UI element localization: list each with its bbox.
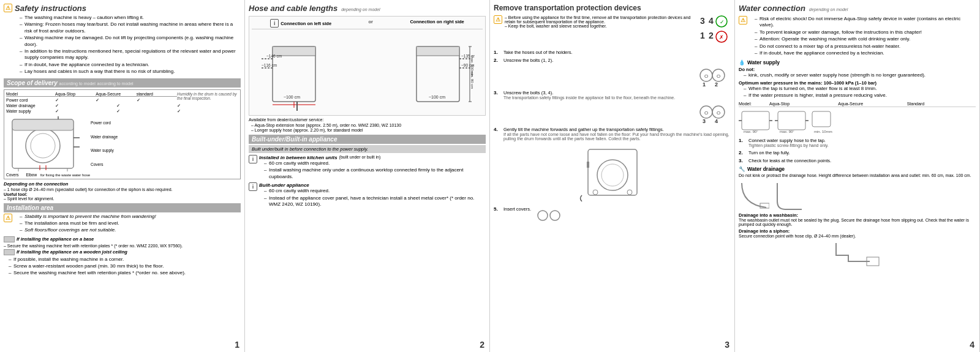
- svg-text:max. 90°: max. 90°: [744, 130, 758, 133]
- builtin-bar: Built-under/Built-in appliance: [249, 135, 486, 144]
- water-step-2: 2. Turn on the tap fully.: [739, 150, 976, 155]
- scope-subtitle-text: according to model: [97, 81, 134, 86]
- drain-basin-title: Drainage into a washbasin:: [739, 212, 976, 218]
- safety-bullet: Lay hoses and cables in such a way that …: [20, 69, 241, 75]
- water-step-3: 3. Check for leaks at the connection poi…: [739, 158, 976, 163]
- builtin-title: Built-under/Built-in appliance: [252, 136, 337, 143]
- connection-diagram: i Connection on left side or Connection …: [249, 16, 486, 116]
- svg-text:1: 1: [700, 31, 705, 40]
- on-base-title: If installing the appliance on a base: [17, 236, 94, 242]
- svg-text:~100 cm: ~100 cm: [429, 95, 445, 99]
- svg-text:~146 cm: ~146 cm: [266, 54, 282, 58]
- step-5-content: Insert covers.: [503, 206, 531, 212]
- scope-title: Scope of delivery: [7, 80, 58, 86]
- page-3: Remove transportation protection devices…: [490, 0, 735, 352]
- kitchen-bullets: 60 cm cavity width required. Install was…: [259, 160, 486, 180]
- drain-diagram-2: [774, 180, 805, 211]
- step-1-text: Take the hoses out of the holders.: [503, 50, 573, 55]
- water-supply-icon: 💧: [739, 59, 745, 66]
- step-3-text: Unscrew the bolts (3, 4).: [503, 90, 731, 95]
- page-number-1: 1: [235, 340, 239, 350]
- svg-text:2: 2: [715, 81, 718, 88]
- connection-note: – 1 hose clip Ø 24–40 mm (specialist out…: [4, 187, 241, 192]
- step3-diagram: O O 3 4: [694, 100, 731, 124]
- water-step-1-note: Tighten plastic screw-fittings by hand o…: [748, 143, 829, 148]
- on-ceiling-title: If installing the appliance on a wooden …: [17, 249, 127, 255]
- page-4: Water connection depending on model ⚠ Ri…: [735, 0, 980, 352]
- drain-basin-note: The washbasin outlet must not be sealed …: [739, 218, 976, 227]
- table-col-model: Model:: [739, 102, 769, 106]
- scope-header: Model Aqua-Stop Aqua-Secure standard: [6, 92, 177, 97]
- warning-icon-3: ⚠: [494, 15, 502, 24]
- water-drain-title-text: Water drainage: [747, 166, 785, 172]
- svg-point-59: [538, 211, 548, 220]
- safety-bullet: If in doubt, have the appliance connecte…: [20, 62, 241, 68]
- step-1: 1. Take the hoses out of the holders.: [494, 50, 731, 55]
- scope-col-aquastop: Aqua-Stop: [55, 92, 96, 96]
- water-step-1: 1. Connect water supply hose to the tap.…: [739, 138, 976, 148]
- water-conn-header: Water connection depending on model: [739, 4, 976, 14]
- drain-siphon-note: Secure connection point with hose clip, …: [739, 234, 976, 238]
- kitchen-bullet: Install washing machine only under a con…: [264, 167, 486, 180]
- svg-rect-53: [588, 149, 637, 195]
- svg-rect-65: [778, 111, 805, 130]
- svg-text:O: O: [704, 73, 708, 79]
- scope-diagram: Power cord Water drainage Water supply C…: [6, 116, 238, 171]
- svg-text:2: 2: [709, 31, 714, 40]
- elec-bullet: If in doubt, have the appliance connecte…: [755, 50, 976, 56]
- kitchen-section: i Installed in between kitchen units (bu…: [249, 155, 486, 181]
- check: ✓: [55, 103, 116, 108]
- built-under-title: Built-under appliance: [259, 182, 486, 188]
- on-ceiling-bullets: If possible, install the washing machine…: [4, 257, 241, 277]
- safety-bullet: Warning: Frozen hoses may tear/burst. Do…: [20, 21, 241, 34]
- ceiling-bullet: Screw a water-resistant wooden panel (mi…: [9, 263, 241, 269]
- install-bullet: Stability is important to prevent the ma…: [20, 214, 156, 220]
- elbow-label: Elbow: [26, 173, 37, 177]
- bolt-diagram-svg: ✓ ✗ 3 4 1 2: [700, 15, 731, 46]
- humidity-note: Humidity in the drum is caused by the fi…: [177, 92, 238, 100]
- label-power: Power cord: [91, 121, 118, 125]
- remove-title: Remove transportation protection devices: [494, 4, 641, 12]
- svg-text:3: 3: [700, 16, 705, 26]
- step-3-content: Unscrew the bolts (3, 4). The transporta…: [503, 90, 731, 124]
- install-area-title: Installation area: [7, 204, 53, 211]
- machine-tilt-diagram: [494, 143, 731, 204]
- page-number-3: 3: [725, 340, 729, 350]
- kitchen-title: Installed in between kitchen units: [259, 155, 337, 160]
- check: ✓: [55, 109, 116, 114]
- elec-bullet: Risk of electric shock! Do not immerse A…: [755, 16, 976, 29]
- machine-tilt-svg: [576, 143, 649, 204]
- kitchen-content: Installed in between kitchen units (buil…: [259, 155, 486, 181]
- useful-tool-title: Useful tool:: [4, 192, 241, 197]
- siphon-svg: [833, 240, 882, 268]
- svg-text:1: 1: [703, 81, 706, 88]
- check: ✓: [116, 109, 178, 114]
- check: ✓: [177, 103, 238, 108]
- built-under-bullet: Instead of the appliance cover panel, ha…: [264, 195, 486, 208]
- svg-rect-3: [12, 119, 74, 130]
- label-drain: Water drainage: [91, 135, 118, 139]
- scope-row: Water drainage ✓ ✓ ✓: [6, 103, 238, 108]
- page-number-2: 2: [480, 340, 484, 350]
- pressure-bullet: When the tap is turned on, the water flo…: [744, 86, 976, 92]
- water-model-table: Model: Aqua-Stop Aqua-Secure Standard: [739, 102, 976, 107]
- scope-row: Power cord ✓ ✓ ✓: [6, 98, 177, 103]
- safety-title: Safety instructions: [15, 4, 241, 13]
- pressure-bullet: If the water pressure is higher, install…: [744, 92, 976, 99]
- step-1-num: 1.: [494, 50, 501, 55]
- scope-row-covers: Covers Elbow for fixing the waste water …: [6, 173, 238, 177]
- dealer-note: Available from dealer/customer service:: [249, 118, 486, 122]
- check: ✓: [137, 98, 177, 103]
- keep-bolt-note: – Keep the bolt, washer and sleeve screw…: [505, 24, 693, 28]
- water-drain-title: 🔧 Water drainage: [739, 166, 976, 172]
- svg-text:max. 100 cm: max. 100 cm: [470, 56, 474, 77]
- built-under-section: i Built-under appliance 60 cm cavity wid…: [249, 182, 486, 208]
- install-area-bar: Installation area: [4, 203, 241, 212]
- table-col-standard: Standard: [907, 102, 976, 106]
- check: ✓: [55, 98, 96, 103]
- svg-rect-22: [417, 47, 459, 56]
- label-covers: Covers: [91, 162, 118, 167]
- water-step-2-num: 2.: [739, 150, 746, 155]
- opt-pressure-bullets: When the tap is turned on, the water flo…: [739, 86, 976, 99]
- svg-text:O: O: [704, 110, 708, 116]
